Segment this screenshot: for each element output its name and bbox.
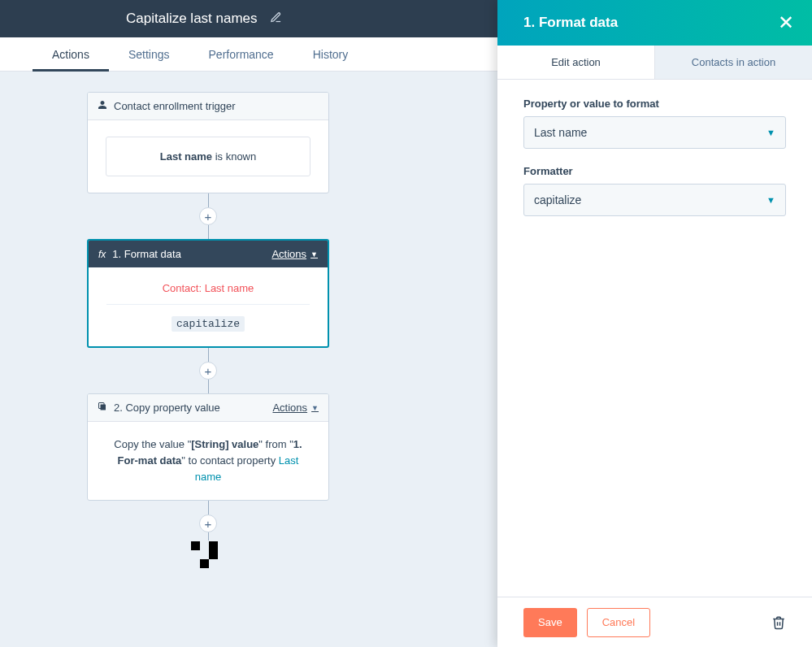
copy-actions-label: Actions	[272, 402, 307, 414]
format-card-header: fx 1. Format data Actions ▼	[89, 241, 328, 267]
pencil-icon[interactable]	[270, 11, 282, 26]
cancel-button[interactable]: Cancel	[587, 608, 650, 637]
connector-line	[208, 348, 209, 362]
connector-line	[208, 380, 209, 393]
panel-tabs: Edit action Contacts in action	[497, 46, 812, 80]
panel-tab-edit-action[interactable]: Edit action	[497, 46, 654, 79]
close-icon[interactable]: ✕	[778, 11, 794, 34]
add-node-button[interactable]: +	[199, 515, 217, 532]
side-panel: 1. Format data ✕ Edit action Contacts in…	[497, 0, 812, 647]
format-property-text: Contact: Last name	[106, 282, 310, 304]
copy-card-header: 2. Copy property value Actions ▼	[88, 394, 328, 422]
copy-property-card[interactable]: 2. Copy property value Actions ▼ Copy th…	[87, 393, 329, 501]
property-select[interactable]: Last name ▼	[523, 116, 786, 149]
panel-title: 1. Format data	[523, 15, 618, 31]
enrollment-property: Last name	[160, 150, 212, 163]
formatter-chip: capitalize	[172, 316, 245, 332]
caret-down-icon: ▼	[766, 128, 775, 137]
format-header-text: 1. Format data	[112, 248, 181, 260]
formatter-label: Formatter	[523, 165, 786, 177]
format-data-card[interactable]: fx 1. Format data Actions ▼ Contact: Las…	[87, 239, 329, 348]
end-flag-icon	[191, 541, 225, 559]
tab-history[interactable]: History	[293, 37, 368, 71]
panel-content: Property or value to format Last name ▼ …	[497, 80, 812, 597]
workflow-canvas[interactable]: Contact enrollment trigger Last name is …	[0, 72, 497, 647]
enrollment-condition: is known	[212, 150, 256, 163]
caret-down-icon: ▼	[311, 404, 319, 412]
formatter-select[interactable]: capitalize ▼	[523, 184, 786, 216]
connector-line	[208, 501, 209, 515]
svg-rect-0	[101, 405, 106, 410]
connector-line	[208, 193, 209, 207]
add-node-button[interactable]: +	[199, 207, 217, 225]
caret-down-icon: ▼	[766, 195, 775, 205]
property-select-value: Last name	[534, 126, 587, 139]
save-button[interactable]: Save	[523, 608, 577, 637]
format-actions-dropdown[interactable]: Actions ▼	[271, 248, 318, 260]
panel-footer: Save Cancel	[497, 597, 812, 647]
tab-performance[interactable]: Performance	[189, 37, 293, 71]
trash-icon[interactable]	[771, 615, 786, 630]
panel-tab-contacts-in-action[interactable]: Contacts in action	[654, 46, 812, 79]
formatter-select-value: capitalize	[534, 193, 581, 206]
enrollment-trigger-card[interactable]: Contact enrollment trigger Last name is …	[87, 92, 329, 193]
flow-column: Contact enrollment trigger Last name is …	[87, 92, 329, 559]
copy-icon	[98, 402, 107, 414]
workflow-title: Capitalize last names	[126, 11, 258, 27]
tab-settings[interactable]: Settings	[109, 37, 189, 71]
enrollment-header-text: Contact enrollment trigger	[114, 100, 236, 112]
function-icon: fx	[98, 249, 106, 260]
format-actions-label: Actions	[271, 248, 306, 260]
add-node-button[interactable]: +	[199, 362, 217, 380]
enrollment-condition-box[interactable]: Last name is known	[106, 137, 310, 176]
divider	[106, 304, 310, 305]
property-to-format-label: Property or value to format	[523, 98, 786, 110]
copy-header-text: 2. Copy property value	[114, 402, 220, 414]
copy-body-text: Copy the value "[String] value" from "1.…	[88, 422, 328, 500]
enrollment-card-header: Contact enrollment trigger	[88, 93, 328, 120]
person-icon	[98, 100, 107, 112]
connector-line	[208, 532, 209, 541]
tab-actions[interactable]: Actions	[33, 37, 109, 71]
panel-header: 1. Format data ✕	[497, 0, 812, 46]
connector-line	[208, 225, 209, 239]
caret-down-icon: ▼	[310, 250, 318, 258]
copy-actions-dropdown[interactable]: Actions ▼	[272, 402, 319, 414]
